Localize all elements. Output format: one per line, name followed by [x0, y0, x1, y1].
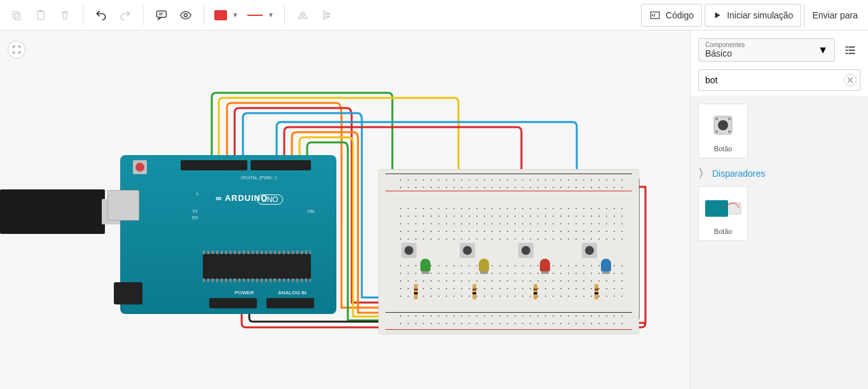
svg-point-12 — [715, 118, 718, 120]
svg-rect-0 — [13, 11, 18, 18]
analog-label: ANALOG IN — [278, 290, 307, 296]
svg-point-7 — [184, 13, 188, 17]
chevron-down-icon: ▼ — [818, 44, 828, 56]
svg-rect-4 — [157, 11, 167, 17]
redo-button[interactable] — [114, 4, 137, 27]
svg-point-15 — [728, 130, 731, 133]
undo-button[interactable] — [90, 4, 113, 27]
breadboard-resistor-2[interactable] — [472, 284, 476, 299]
redo-icon — [119, 9, 132, 22]
breadboard-resistor-4[interactable] — [595, 284, 598, 299]
wire-style-dropdown[interactable]: ▼ — [244, 4, 278, 27]
digital-header-1[interactable] — [181, 160, 247, 170]
paste-button[interactable] — [29, 4, 52, 27]
flip-h-icon — [296, 9, 309, 22]
breadboard-led-red[interactable] — [540, 259, 550, 271]
dropdown-value: Básico — [705, 48, 828, 58]
paste-icon — [34, 9, 47, 22]
flip-v-icon — [320, 9, 333, 22]
delete-button[interactable] — [53, 4, 76, 27]
play-icon — [713, 11, 722, 20]
main-area: ∞ ARDUINO UNO DIGITAL (PWM ~) POWER ANAL… — [0, 31, 868, 389]
zoom-fit-button[interactable] — [8, 41, 25, 58]
component-card-button-kit[interactable]: Botão — [698, 186, 748, 241]
atmega-chip — [203, 254, 311, 279]
close-icon — [847, 77, 853, 83]
component-label: Botão — [701, 145, 745, 153]
breadboard-led-blue[interactable] — [601, 259, 611, 271]
svg-rect-3 — [39, 10, 43, 11]
on-led-label: ON — [308, 209, 315, 214]
breadboard-button-3[interactable] — [518, 243, 534, 258]
copy-button[interactable] — [5, 4, 28, 27]
flip-horizontal-button[interactable] — [291, 4, 314, 27]
usb-connector[interactable] — [0, 189, 105, 234]
digital-header-2[interactable] — [251, 160, 311, 170]
list-icon — [844, 44, 857, 57]
breadboard-led-green[interactable] — [420, 259, 431, 271]
arduino-usb-port — [107, 190, 139, 221]
send-to-button[interactable]: Enviar para — [804, 4, 863, 27]
comment-icon — [155, 9, 168, 22]
annotate-button[interactable] — [150, 4, 173, 27]
send-to-label: Enviar para — [812, 10, 858, 20]
line-style-icon — [247, 15, 263, 16]
power-label: POWER — [235, 290, 254, 296]
component-label: Botão — [701, 228, 745, 235]
undo-icon — [95, 9, 107, 22]
code-icon — [649, 10, 661, 21]
breadboard-resistor-3[interactable] — [534, 284, 537, 299]
component-card-button[interactable]: Botão — [698, 104, 748, 158]
wire-color-dropdown[interactable]: ▼ — [210, 4, 242, 27]
fit-icon — [11, 44, 22, 55]
svg-point-16 — [718, 120, 728, 130]
power-header[interactable] — [209, 298, 257, 308]
svg-rect-17 — [705, 200, 728, 217]
l-led-label: L — [196, 191, 199, 196]
arduino-kit-thumb-icon — [704, 192, 742, 224]
svg-point-14 — [715, 130, 718, 133]
eye-icon — [179, 9, 192, 22]
arduino-reset-button[interactable] — [133, 160, 147, 174]
color-swatch-icon — [214, 10, 227, 20]
simulate-button[interactable]: Iniciar simulação — [705, 4, 801, 27]
tx-led-label: TX — [192, 209, 198, 214]
components-list: Botão 〉 Disparadores Botão — [691, 96, 868, 389]
code-button[interactable]: Código — [641, 4, 702, 27]
components-category-dropdown[interactable]: Componentes Básico ▼ — [698, 38, 835, 62]
section-label: Disparadores — [712, 168, 765, 179]
dropdown-label: Componentes — [705, 41, 828, 48]
copy-icon — [10, 9, 23, 22]
svg-point-13 — [728, 118, 731, 120]
breadboard-led-yellow[interactable] — [479, 259, 489, 271]
trash-icon — [59, 9, 71, 22]
breadboard-resistor-1[interactable] — [414, 284, 418, 299]
svg-rect-2 — [38, 11, 44, 19]
search-input[interactable] — [698, 69, 860, 91]
breadboard-button-4[interactable] — [582, 243, 597, 258]
breadboard-button-1[interactable] — [401, 243, 417, 258]
flip-vertical-button[interactable] — [315, 4, 338, 27]
clear-search-button[interactable] — [844, 74, 857, 86]
simulate-button-label: Iniciar simulação — [727, 10, 793, 20]
svg-rect-1 — [15, 13, 20, 20]
svg-rect-18 — [729, 203, 741, 214]
breadboard-button-2[interactable] — [460, 243, 475, 258]
breadboard[interactable] — [378, 169, 639, 334]
rx-led-label: RX — [192, 215, 198, 220]
app-root: ▼ ▼ Código Iniciar simulação — [0, 0, 868, 389]
arduino-uno[interactable]: ∞ ARDUINO UNO DIGITAL (PWM ~) POWER ANAL… — [120, 155, 336, 314]
arduino-power-jack — [114, 282, 142, 304]
digital-label: DIGITAL (PWM ~) — [241, 175, 277, 180]
chevron-down-icon: ▼ — [232, 11, 238, 18]
code-button-label: Código — [666, 10, 694, 20]
chevron-down-icon: ▼ — [268, 11, 274, 18]
analog-header[interactable] — [266, 298, 314, 308]
toolbar: ▼ ▼ Código Iniciar simulação — [0, 0, 868, 31]
section-disparadores[interactable]: 〉 Disparadores — [698, 166, 860, 181]
visibility-button[interactable] — [174, 4, 197, 27]
canvas[interactable]: ∞ ARDUINO UNO DIGITAL (PWM ~) POWER ANAL… — [0, 31, 690, 389]
button-thumb-icon — [704, 109, 742, 141]
components-panel: Componentes Básico ▼ B — [690, 31, 868, 389]
list-view-button[interactable] — [840, 40, 860, 60]
